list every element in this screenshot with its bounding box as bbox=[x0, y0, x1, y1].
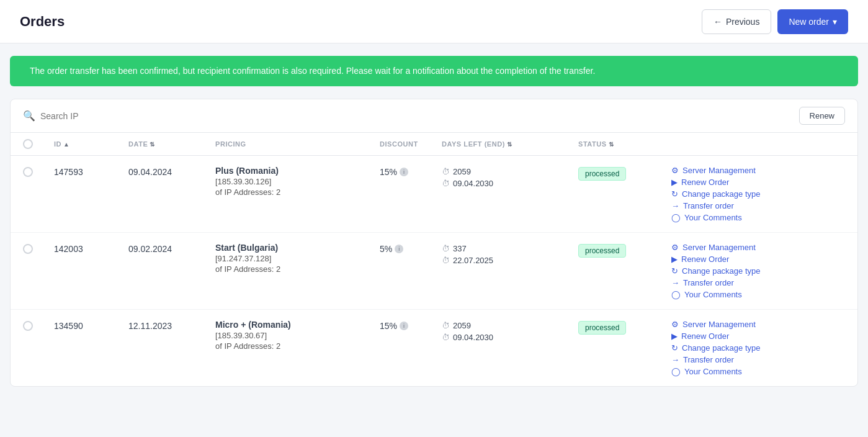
pricing-name: Plus (Romania) bbox=[215, 166, 380, 176]
table-body: 147593 09.04.2024 Plus (Romania) [185.39… bbox=[11, 156, 857, 386]
cell-actions: ⚙ Server Management ▶ Renew Order ↻ Chan… bbox=[671, 320, 845, 376]
notification-bar: The order transfer has been confirmed, b… bbox=[10, 56, 858, 86]
col-date[interactable]: DATE ⇅ bbox=[128, 139, 215, 149]
col-discount: DISCOUNT bbox=[380, 139, 442, 149]
search-bar: 🔍 Renew bbox=[11, 99, 857, 133]
transfer-order-link[interactable]: → Transfer order bbox=[671, 201, 845, 210]
cell-id: 147593 bbox=[54, 166, 128, 177]
renew-order-link[interactable]: ▶ Renew Order bbox=[671, 331, 845, 341]
cell-id: 142003 bbox=[54, 243, 128, 254]
cell-discount: 15% i bbox=[380, 320, 442, 331]
status-sort-icon: ⇅ bbox=[609, 141, 614, 148]
table-header: ID ▲ DATE ⇅ PRICING DISCOUNT DAYS LEFT (… bbox=[11, 133, 857, 156]
row-checkbox[interactable] bbox=[23, 321, 33, 331]
search-input-wrapper: 🔍 bbox=[23, 110, 799, 122]
table-row: 134590 12.11.2023 Micro + (Romania) [185… bbox=[11, 310, 857, 386]
table-row: 147593 09.04.2024 Plus (Romania) [185.39… bbox=[11, 156, 857, 233]
cell-days: ⏱ 337 ⏱ 22.07.2025 bbox=[442, 243, 578, 265]
new-order-button[interactable]: New order ▾ bbox=[777, 9, 848, 34]
previous-button[interactable]: ← Previous bbox=[702, 9, 771, 34]
pricing-count: of IP Addresses: 2 bbox=[215, 187, 380, 197]
comment-icon: ◯ bbox=[671, 367, 681, 376]
comment-icon: ◯ bbox=[671, 213, 681, 222]
cell-days: ⏱ 2059 ⏱ 09.04.2030 bbox=[442, 166, 578, 188]
notification-text: The order transfer has been confirmed, b… bbox=[30, 66, 595, 76]
transfer-order-link[interactable]: → Transfer order bbox=[671, 355, 845, 364]
cell-status: processed bbox=[578, 166, 671, 181]
cell-actions: ⚙ Server Management ▶ Renew Order ↻ Chan… bbox=[671, 243, 845, 299]
search-input[interactable] bbox=[40, 111, 226, 121]
play-icon: ▶ bbox=[671, 255, 678, 264]
renew-order-link[interactable]: ▶ Renew Order bbox=[671, 255, 845, 264]
col-status[interactable]: STATUS ⇅ bbox=[578, 139, 671, 149]
end-date-item: ⏱ 09.04.2030 bbox=[442, 333, 493, 342]
pricing-count: of IP Addresses: 2 bbox=[215, 341, 380, 351]
renew-button[interactable]: Renew bbox=[799, 107, 845, 125]
transfer-icon: → bbox=[671, 201, 679, 210]
cell-id: 134590 bbox=[54, 320, 128, 331]
cell-days: ⏱ 2059 ⏱ 09.04.2030 bbox=[442, 320, 578, 342]
pricing-ip: [185.39.30.67] bbox=[215, 331, 380, 340]
pricing-ip: [91.247.37.128] bbox=[215, 254, 380, 263]
header-checkbox[interactable] bbox=[23, 139, 33, 149]
cell-discount: 15% i bbox=[380, 166, 442, 177]
page-title: Orders bbox=[20, 14, 65, 30]
previous-label: Previous bbox=[726, 17, 759, 27]
play-icon: ▶ bbox=[671, 331, 678, 341]
discount-info-icon[interactable]: i bbox=[395, 245, 403, 253]
row-checkbox[interactable] bbox=[23, 244, 33, 254]
arrow-left-icon: ← bbox=[714, 17, 722, 27]
days-item: ⏱ 337 bbox=[442, 244, 467, 253]
header-actions: ← Previous New order ▾ bbox=[702, 9, 848, 34]
main-content: 🔍 Renew ID ▲ DATE ⇅ PRICING DISCOUNT DAY… bbox=[10, 99, 858, 387]
your-comments-link[interactable]: ◯ Your Comments bbox=[671, 290, 845, 299]
play-icon: ▶ bbox=[671, 178, 678, 187]
refresh-icon: ↻ bbox=[671, 189, 678, 199]
new-order-label: New order bbox=[789, 17, 829, 27]
refresh-icon: ↻ bbox=[671, 266, 678, 276]
date-sort-icon: ⇅ bbox=[150, 141, 155, 148]
server-management-link[interactable]: ⚙ Server Management bbox=[671, 243, 845, 252]
refresh-icon: ↻ bbox=[671, 343, 678, 353]
end-date-value: 09.04.2030 bbox=[453, 179, 493, 188]
cell-actions: ⚙ Server Management ▶ Renew Order ↻ Chan… bbox=[671, 166, 845, 222]
your-comments-link[interactable]: ◯ Your Comments bbox=[671, 213, 845, 222]
change-package-link[interactable]: ↻ Change package type bbox=[671, 266, 845, 276]
change-package-link[interactable]: ↻ Change package type bbox=[671, 189, 845, 199]
discount-info-icon[interactable]: i bbox=[400, 322, 408, 330]
col-actions bbox=[671, 139, 845, 149]
days-sort-icon: ⇅ bbox=[507, 141, 512, 148]
status-badge: processed bbox=[578, 244, 626, 258]
sliders-icon: ⚙ bbox=[671, 166, 679, 175]
change-package-link[interactable]: ↻ Change package type bbox=[671, 343, 845, 353]
your-comments-link[interactable]: ◯ Your Comments bbox=[671, 367, 845, 376]
days-item: ⏱ 2059 bbox=[442, 167, 471, 176]
cell-status: processed bbox=[578, 243, 671, 258]
calendar-icon: ⏱ bbox=[442, 256, 450, 265]
server-management-link[interactable]: ⚙ Server Management bbox=[671, 320, 845, 329]
sliders-icon: ⚙ bbox=[671, 243, 679, 252]
renew-order-link[interactable]: ▶ Renew Order bbox=[671, 178, 845, 187]
discount-info-icon[interactable]: i bbox=[400, 168, 408, 176]
transfer-order-link[interactable]: → Transfer order bbox=[671, 278, 845, 287]
row-checkbox[interactable] bbox=[23, 167, 33, 177]
days-value: 2059 bbox=[453, 167, 471, 176]
clock-icon: ⏱ bbox=[442, 244, 450, 253]
discount-value: 5% bbox=[380, 244, 392, 254]
cell-pricing: Plus (Romania) [185.39.30.126] of IP Add… bbox=[215, 166, 380, 197]
end-date-value: 22.07.2025 bbox=[453, 256, 493, 265]
sliders-icon: ⚙ bbox=[671, 320, 679, 329]
transfer-icon: → bbox=[671, 355, 679, 364]
cell-pricing: Start (Bulgaria) [91.247.37.128] of IP A… bbox=[215, 243, 380, 274]
col-id[interactable]: ID ▲ bbox=[54, 139, 128, 149]
pricing-count: of IP Addresses: 2 bbox=[215, 264, 380, 274]
status-badge: processed bbox=[578, 321, 626, 335]
calendar-icon: ⏱ bbox=[442, 179, 450, 188]
discount-value: 15% bbox=[380, 321, 397, 331]
cell-status: processed bbox=[578, 320, 671, 335]
clock-icon: ⏱ bbox=[442, 321, 450, 330]
cell-date: 09.02.2024 bbox=[128, 243, 215, 254]
col-days[interactable]: DAYS LEFT (END) ⇅ bbox=[442, 139, 578, 149]
server-management-link[interactable]: ⚙ Server Management bbox=[671, 166, 845, 175]
cell-date: 12.11.2023 bbox=[128, 320, 215, 331]
